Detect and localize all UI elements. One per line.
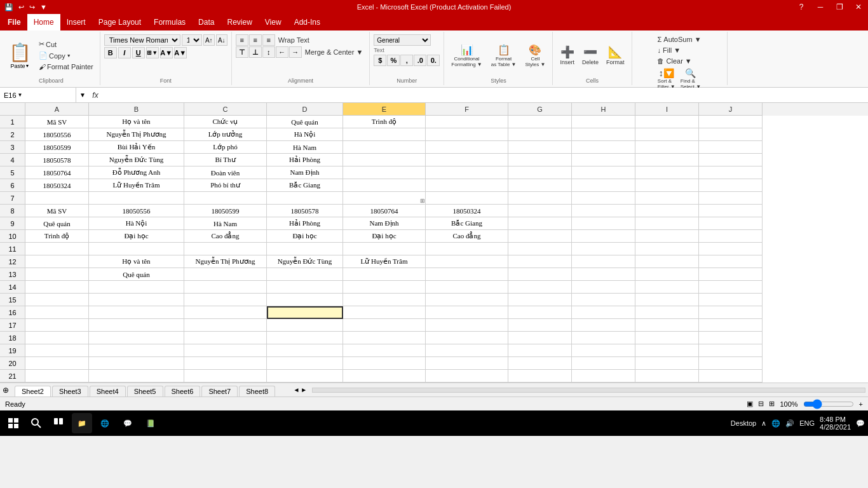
sheet-tab-sheet2[interactable]: Sheet2 <box>15 386 51 396</box>
cell-F7[interactable] <box>426 192 508 205</box>
row-header-1[interactable]: 1 <box>0 116 25 128</box>
cell-E8[interactable]: 18050764 <box>343 205 426 217</box>
cell-B9[interactable]: Hà Nội <box>89 217 184 230</box>
zoom-in-button[interactable]: + <box>859 400 863 408</box>
cell-G19[interactable] <box>508 344 572 357</box>
cell-E12[interactable]: Lữ Huyền Trâm <box>343 255 426 268</box>
cell-C20[interactable] <box>184 357 267 370</box>
autosum-button[interactable]: Σ AutoSum ▼ <box>654 34 703 44</box>
cell-I1[interactable] <box>635 116 699 128</box>
align-center-button[interactable]: ≡ <box>249 34 262 46</box>
cell-B1[interactable]: Họ và tên <box>89 116 184 128</box>
cell-B14[interactable] <box>89 281 184 294</box>
cell-F8[interactable]: 18050324 <box>426 205 508 217</box>
cell-C6[interactable]: Phó bí thư <box>184 179 267 192</box>
cell-A4[interactable]: 18050578 <box>25 154 89 166</box>
cell-G13[interactable] <box>508 268 572 281</box>
bold-button[interactable]: B <box>104 47 117 58</box>
quick-access-toolbar[interactable]: 💾 ↩ ↪ ▼ <box>3 3 48 11</box>
clear-button[interactable]: 🗑 Clear ▼ <box>654 56 694 66</box>
cell-A5[interactable]: 18050764 <box>25 166 89 179</box>
font-size-increase-button[interactable]: A↑ <box>203 34 215 46</box>
font-size-decrease-button[interactable]: A↓ <box>216 34 227 46</box>
cell-F5[interactable] <box>426 166 508 179</box>
cell-A11[interactable] <box>25 243 89 255</box>
review-menu[interactable]: Review <box>220 14 258 30</box>
percent-button[interactable]: % <box>387 55 400 66</box>
cell-D15[interactable] <box>267 294 343 306</box>
col-header-I[interactable]: I <box>635 103 699 116</box>
cell-G11[interactable] <box>508 243 572 255</box>
sheet-tab-sheet3[interactable]: Sheet3 <box>52 386 88 396</box>
cell-I4[interactable] <box>635 154 699 166</box>
cell-H21[interactable] <box>572 370 635 383</box>
volume-icon[interactable]: 🔊 <box>785 419 794 428</box>
cell-D12[interactable]: Nguyễn Đức Tùng <box>267 255 343 268</box>
cell-J3[interactable] <box>699 141 763 154</box>
cell-G7[interactable] <box>508 192 572 205</box>
cell-E5[interactable] <box>343 166 426 179</box>
number-format-select[interactable]: General Text <box>374 34 431 46</box>
row-header-20[interactable]: 20 <box>0 357 25 370</box>
fill-button[interactable]: ↓ Fill ▼ <box>654 45 683 55</box>
row-header-21[interactable]: 21 <box>0 370 25 383</box>
row-header-4[interactable]: 4 <box>0 154 25 166</box>
formula-input[interactable] <box>102 88 868 102</box>
cell-I18[interactable] <box>635 332 699 344</box>
formulas-menu[interactable]: Formulas <box>147 14 192 30</box>
cell-F12[interactable] <box>426 255 508 268</box>
cell-H7[interactable] <box>572 192 635 205</box>
cell-I12[interactable] <box>635 255 699 268</box>
row-header-17[interactable]: 17 <box>0 319 25 332</box>
cell-J20[interactable] <box>699 357 763 370</box>
new-sheet-button[interactable]: ⊕ <box>0 386 11 395</box>
name-box[interactable]: E16 ▼ <box>0 88 76 102</box>
task-view-icon[interactable] <box>49 413 69 433</box>
sheet-tab-sheet6[interactable]: Sheet6 <box>165 386 201 396</box>
cell-I17[interactable] <box>635 319 699 332</box>
format-as-table-button[interactable]: 📋 Formatas Table ▼ <box>488 42 520 69</box>
function-icon[interactable]: fx <box>89 91 102 100</box>
row-header-16[interactable]: 16 <box>0 306 25 319</box>
notification-icon[interactable]: 💬 <box>856 419 865 428</box>
cell-J15[interactable] <box>699 294 763 306</box>
cell-C10[interactable]: Cao đẳng <box>184 230 267 243</box>
cell-A9[interactable]: Quê quán <box>25 217 89 230</box>
cell-E11[interactable] <box>343 243 426 255</box>
cell-J14[interactable] <box>699 281 763 294</box>
col-header-A[interactable]: A <box>25 103 89 116</box>
cell-D4[interactable]: Hải Phòng <box>267 154 343 166</box>
cell-A13[interactable] <box>25 268 89 281</box>
cell-I16[interactable] <box>635 306 699 319</box>
cell-I19[interactable] <box>635 344 699 357</box>
cell-J21[interactable] <box>699 370 763 383</box>
cell-J11[interactable] <box>699 243 763 255</box>
horizontal-scrollbar[interactable] <box>312 388 865 393</box>
cell-A16[interactable] <box>25 306 89 319</box>
cell-F4[interactable] <box>426 154 508 166</box>
align-top-button[interactable]: ⊤ <box>236 46 248 58</box>
cell-E21[interactable] <box>343 370 426 383</box>
home-menu[interactable]: Home <box>27 14 60 30</box>
cell-B15[interactable] <box>89 294 184 306</box>
cell-H15[interactable] <box>572 294 635 306</box>
col-header-G[interactable]: G <box>508 103 572 116</box>
indent-decrease-button[interactable]: ← <box>276 46 288 58</box>
merge-center-button[interactable]: Merge & Center ▼ <box>302 47 366 57</box>
align-bottom-button[interactable]: ↕ <box>262 46 275 58</box>
cell-H1[interactable] <box>572 116 635 128</box>
cell-B16[interactable] <box>89 306 184 319</box>
cell-G18[interactable] <box>508 332 572 344</box>
cell-E17[interactable] <box>343 319 426 332</box>
cell-H16[interactable] <box>572 306 635 319</box>
align-left-button[interactable]: ≡ <box>236 34 248 46</box>
row-header-6[interactable]: 6 <box>0 179 25 192</box>
delete-cells-button[interactable]: ➖ Delete <box>579 43 602 67</box>
cell-B11[interactable] <box>89 243 184 255</box>
cell-B4[interactable]: Nguyễn Đức Tùng <box>89 154 184 166</box>
cell-F6[interactable] <box>426 179 508 192</box>
cell-I11[interactable] <box>635 243 699 255</box>
cell-D14[interactable] <box>267 281 343 294</box>
cell-B17[interactable] <box>89 319 184 332</box>
cell-E3[interactable] <box>343 141 426 154</box>
